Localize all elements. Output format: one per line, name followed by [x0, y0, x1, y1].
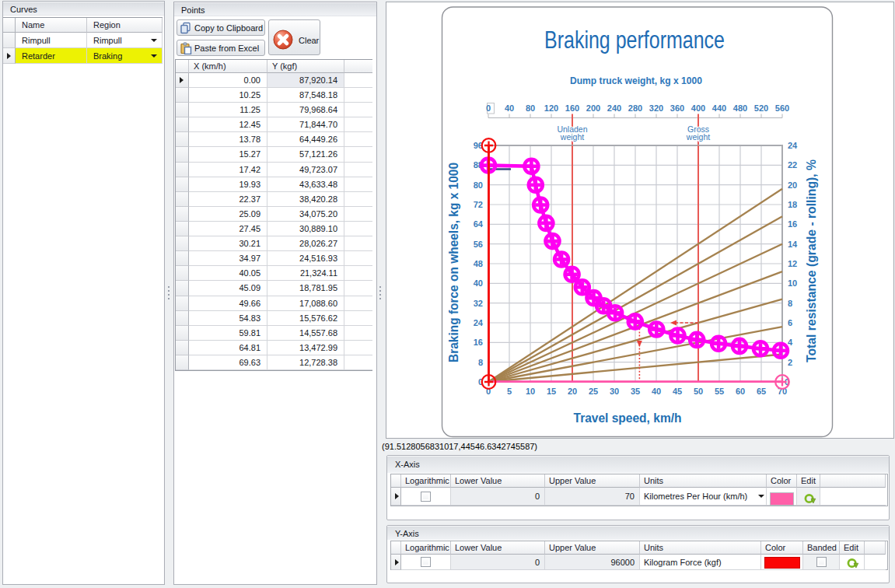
svg-text:30: 30 — [610, 387, 619, 396]
svg-text:80: 80 — [526, 103, 535, 113]
svg-text:480: 480 — [733, 103, 747, 113]
svg-text:10: 10 — [788, 278, 797, 288]
svg-text:45: 45 — [673, 387, 682, 396]
svg-text:48: 48 — [474, 259, 483, 268]
svg-text:40: 40 — [505, 103, 514, 113]
svg-text:8: 8 — [788, 299, 792, 308]
svg-text:64: 64 — [474, 219, 484, 229]
svg-text:Braking force on wheels, kg x: Braking force on wheels, kg x 1000 — [447, 163, 460, 362]
svg-text:40: 40 — [652, 387, 661, 396]
svg-text:0: 0 — [486, 103, 491, 113]
svg-text:50: 50 — [694, 387, 703, 396]
svg-text:160: 160 — [565, 103, 579, 113]
svg-text:80: 80 — [474, 180, 483, 190]
svg-text:Travel speed, km/h: Travel speed, km/h — [574, 411, 682, 425]
svg-text:24: 24 — [474, 318, 484, 327]
svg-text:20: 20 — [788, 180, 797, 190]
svg-text:16: 16 — [788, 219, 797, 229]
svg-text:560: 560 — [775, 103, 789, 113]
svg-text:65: 65 — [757, 387, 766, 396]
svg-text:520: 520 — [754, 103, 768, 113]
svg-text:55: 55 — [715, 387, 724, 396]
svg-text:60: 60 — [736, 387, 745, 396]
svg-text:4: 4 — [788, 338, 793, 347]
svg-text:200: 200 — [586, 103, 600, 113]
svg-text:280: 280 — [628, 103, 642, 113]
svg-text:240: 240 — [607, 103, 621, 113]
svg-text:56: 56 — [474, 240, 483, 249]
svg-text:20: 20 — [568, 387, 577, 396]
svg-text:72: 72 — [474, 200, 483, 209]
svg-text:Dump truck weight, kg x 1000: Dump truck weight, kg x 1000 — [570, 75, 702, 86]
svg-text:12: 12 — [788, 259, 797, 268]
svg-text:360: 360 — [670, 103, 684, 113]
svg-text:16: 16 — [474, 338, 483, 347]
svg-text:440: 440 — [712, 103, 726, 113]
svg-text:25: 25 — [589, 387, 598, 396]
svg-text:32: 32 — [474, 299, 483, 308]
svg-text:22: 22 — [788, 160, 797, 170]
svg-text:400: 400 — [691, 103, 705, 113]
svg-text:24: 24 — [788, 141, 798, 150]
svg-text:6: 6 — [788, 318, 792, 327]
svg-text:15: 15 — [547, 387, 556, 396]
svg-text:120: 120 — [544, 103, 558, 113]
svg-text:weight: weight — [686, 132, 710, 142]
svg-text:weight: weight — [560, 132, 584, 142]
svg-text:320: 320 — [649, 103, 663, 113]
svg-text:Braking performance: Braking performance — [544, 26, 725, 54]
svg-text:10: 10 — [526, 387, 535, 396]
svg-text:8: 8 — [478, 358, 483, 367]
svg-text:35: 35 — [631, 387, 640, 396]
svg-text:40: 40 — [474, 278, 483, 288]
svg-text:Total resistance (grade - roll: Total resistance (grade - rolling), % — [805, 159, 818, 362]
svg-text:14: 14 — [788, 240, 798, 249]
svg-text:5: 5 — [507, 387, 512, 396]
svg-text:2: 2 — [788, 358, 792, 367]
svg-text:18: 18 — [788, 200, 797, 209]
